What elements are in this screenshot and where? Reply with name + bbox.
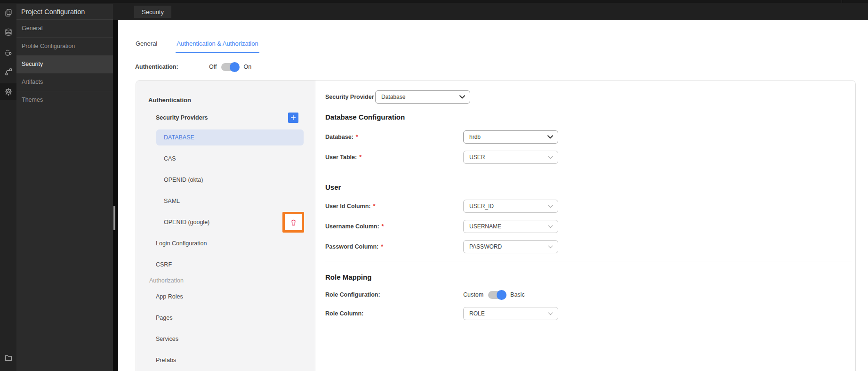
- required-marker: *: [356, 134, 358, 140]
- security-provider-label: Security Provider: [325, 94, 375, 100]
- username-column-label: Username Column:*: [325, 223, 463, 230]
- chevron-down-icon: [459, 95, 465, 99]
- nav-item-services[interactable]: Services: [156, 331, 304, 347]
- password-column-select[interactable]: PASSWORD: [463, 240, 558, 253]
- sidebar-item-themes[interactable]: Themes: [16, 91, 113, 109]
- chevron-down-icon: [548, 225, 553, 228]
- provider-item-saml[interactable]: SAML: [156, 193, 304, 209]
- config-menu-title: Project Configuration: [16, 4, 113, 20]
- username-column-row: Username Column:* USERNAME: [325, 220, 855, 233]
- security-provider-value: Database: [381, 94, 405, 100]
- topbar-tab-label: Security: [142, 8, 164, 16]
- security-content: General Authentication & Authorization A…: [118, 20, 868, 371]
- provider-item-label: OPENID (google): [164, 219, 209, 226]
- canvas-strip: [113, 20, 118, 371]
- required-marker: *: [381, 243, 383, 250]
- plus-icon: [290, 115, 296, 121]
- role-column-value: ROLE: [469, 310, 485, 317]
- role-mapping-heading: Role Mapping: [325, 274, 855, 281]
- user-id-column-row: User Id Column:* USER_ID: [325, 200, 855, 213]
- user-id-column-value: USER_ID: [469, 203, 494, 210]
- password-column-label: Password Column:*: [325, 243, 463, 250]
- sidebar-item-profile-configuration[interactable]: Profile Configuration: [16, 38, 113, 56]
- user-id-column-label: User Id Column:*: [325, 203, 463, 210]
- delete-provider-button[interactable]: [282, 212, 304, 233]
- nav-item-csrf[interactable]: CSRF: [156, 257, 304, 273]
- provider-config-form: Security Provider Database Database Conf…: [315, 81, 855, 371]
- password-column-value: PASSWORD: [469, 243, 502, 250]
- toggle-on-label: On: [243, 64, 251, 70]
- nav-item-prefabs[interactable]: Prefabs: [156, 352, 304, 368]
- security-provider-select[interactable]: Database: [375, 90, 470, 104]
- username-column-select[interactable]: USERNAME: [463, 220, 558, 233]
- role-basic-label: Basic: [510, 291, 525, 298]
- provider-list: DATABASE CAS OPENID (okta) SAML OPENID (…: [156, 129, 304, 230]
- authentication-toggle-row: Authentication: Off On: [135, 62, 251, 72]
- sidebar-item-security[interactable]: Security: [16, 56, 113, 73]
- database-configuration-heading: Database Configuration: [325, 113, 855, 121]
- security-providers-label: Security Providers: [156, 114, 288, 121]
- authentication-toggle[interactable]: [221, 63, 239, 71]
- role-custom-label: Custom: [463, 291, 483, 298]
- chevron-down-icon: [548, 205, 553, 208]
- add-provider-button[interactable]: [288, 113, 298, 123]
- nav-item-app-roles[interactable]: App Roles: [156, 289, 304, 305]
- security-config-card: Authentication Security Providers DATABA…: [136, 80, 856, 371]
- provider-item-database[interactable]: DATABASE: [156, 129, 304, 145]
- username-column-value: USERNAME: [469, 223, 501, 230]
- authorization-items: App Roles Pages Services Prefabs: [156, 289, 304, 368]
- security-providers-header: Security Providers: [156, 113, 298, 123]
- scrollbar-thumb[interactable]: [113, 206, 115, 230]
- authorization-section-header: Authorization: [149, 278, 315, 284]
- user-table-row: User Table:* USER: [325, 151, 855, 164]
- security-nav-panel: Authentication Security Providers DATABA…: [136, 81, 315, 371]
- database-select[interactable]: hrdb: [463, 130, 558, 144]
- api-flow-icon[interactable]: [0, 64, 16, 81]
- database-value: hrdb: [469, 134, 481, 140]
- toggle-knob: [230, 62, 240, 72]
- user-table-select[interactable]: USER: [463, 151, 558, 164]
- section-divider: [325, 261, 852, 261]
- pages-icon[interactable]: [0, 4, 16, 21]
- provider-item-cas[interactable]: CAS: [156, 151, 304, 167]
- topbar-seam: [842, 0, 842, 3]
- sidebar-item-general[interactable]: General: [16, 20, 113, 38]
- trash-icon: [289, 218, 297, 226]
- sidebar-item-artifacts[interactable]: Artifacts: [16, 73, 113, 91]
- database-row: Database:* hrdb: [325, 130, 855, 144]
- user-heading: User: [325, 184, 855, 191]
- role-column-select[interactable]: ROLE: [463, 307, 558, 320]
- required-marker: *: [382, 223, 384, 230]
- config-menu: Project Configuration General Profile Co…: [16, 4, 113, 371]
- role-configuration-label: Role Configuration:: [325, 291, 463, 298]
- role-configuration-row: Role Configuration: Custom Basic: [325, 290, 855, 300]
- provider-item-openid-okta[interactable]: OPENID (okta): [156, 172, 304, 188]
- role-configuration-toggle[interactable]: [488, 291, 506, 299]
- authentication-label: Authentication:: [135, 64, 209, 70]
- user-id-column-select[interactable]: USER_ID: [463, 200, 558, 213]
- chevron-down-icon: [548, 312, 553, 315]
- icon-rail: [0, 4, 16, 371]
- left-sidebar: Project Configuration General Profile Co…: [0, 4, 113, 371]
- nav-item-login-configuration[interactable]: Login Configuration: [156, 235, 304, 251]
- chevron-down-icon: [548, 245, 553, 249]
- java-service-icon[interactable]: [0, 44, 16, 61]
- file-explorer-icon[interactable]: [0, 349, 16, 366]
- nav-item-pages[interactable]: Pages: [156, 310, 304, 326]
- topbar-tab-security[interactable]: Security: [134, 6, 171, 18]
- chevron-down-icon: [548, 156, 553, 159]
- tab-authentication-authorization[interactable]: Authentication & Authorization: [176, 40, 259, 53]
- authentication-section-header: Authentication: [148, 97, 315, 103]
- role-column-row: Role Column: ROLE: [325, 307, 855, 320]
- user-table-label: User Table:*: [325, 154, 463, 161]
- required-marker: *: [359, 154, 362, 161]
- tab-general[interactable]: General: [135, 40, 158, 53]
- toggle-knob: [497, 290, 506, 300]
- database-icon[interactable]: [0, 24, 16, 41]
- provider-item-openid-google[interactable]: OPENID (google): [156, 214, 304, 230]
- chevron-down-icon: [547, 135, 553, 139]
- role-column-label: Role Column:: [325, 310, 463, 317]
- security-tabs: General Authentication & Authorization: [135, 40, 259, 53]
- topbar: Security: [0, 0, 868, 20]
- settings-icon[interactable]: [0, 83, 16, 100]
